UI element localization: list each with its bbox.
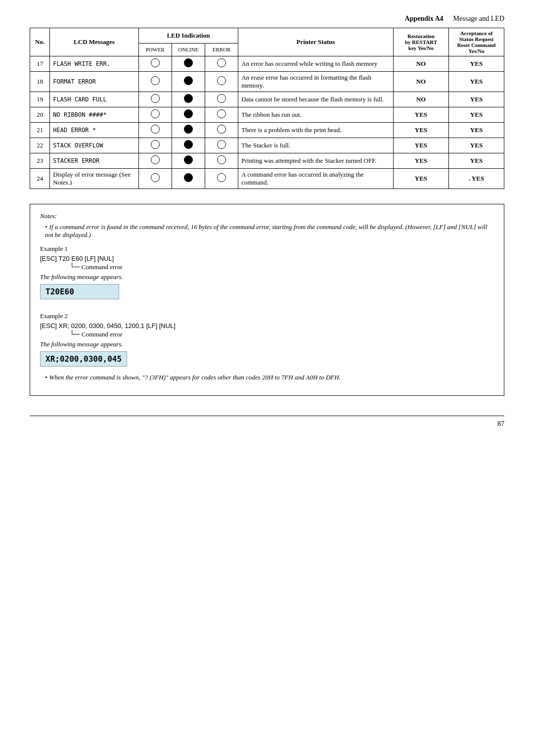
led-empty-icon xyxy=(217,94,226,103)
example1-cmd: [ESC] T20 E60 [LF] [NUL] xyxy=(40,255,494,262)
led-empty-icon xyxy=(217,125,226,134)
cell-accept: YES xyxy=(448,92,504,107)
col-header-accept: Acceptance ofStatus RequestReset Command… xyxy=(448,28,504,56)
led-empty-icon xyxy=(217,173,226,182)
table-row: 20NO RIBBON ####*The ribbon has run out.… xyxy=(30,107,504,123)
notes-box: Notes: If a command error is found in th… xyxy=(30,204,504,396)
cell-no: 20 xyxy=(30,107,50,123)
cell-accept: YES xyxy=(448,123,504,138)
led-empty-icon xyxy=(151,155,160,164)
cell-no: 22 xyxy=(30,138,50,153)
example1-arrow-line: └─ Command error xyxy=(70,263,494,271)
example2-arrow-label: Command error xyxy=(82,331,123,338)
led-full-icon xyxy=(184,76,193,85)
example2-following: The following message appears. xyxy=(40,340,494,348)
cell-accept: YES xyxy=(448,56,504,72)
example1-label: Example 1 xyxy=(40,245,494,253)
cell-led-power xyxy=(138,138,172,153)
cell-restore: NO xyxy=(393,72,448,92)
cell-no: 23 xyxy=(30,153,50,169)
cell-led-error xyxy=(205,169,238,189)
cell-no: 21 xyxy=(30,123,50,138)
cell-status: Printing was attempted with the Stacker … xyxy=(238,153,394,169)
corner-bracket-icon-2: └─ xyxy=(70,331,80,338)
cell-led-power xyxy=(138,169,172,189)
cell-status: The ribbon has run out. xyxy=(238,107,394,123)
cell-no: 24 xyxy=(30,169,50,189)
cell-lcd: HEAD ERROR * xyxy=(50,123,138,138)
led-empty-icon xyxy=(151,125,160,134)
col-header-online: ONLINE xyxy=(172,43,205,56)
cell-led-error xyxy=(205,138,238,153)
col-header-led: LED Indication xyxy=(138,28,238,44)
cell-led-online xyxy=(172,169,205,189)
led-full-icon xyxy=(184,140,193,149)
cell-lcd: STACK OVERFLOW xyxy=(50,138,138,153)
cell-restore: YES xyxy=(393,107,448,123)
led-empty-icon xyxy=(151,76,160,85)
cell-restore: YES xyxy=(393,169,448,189)
table-row: 19FLASH CARD FULLData cannot be stored b… xyxy=(30,92,504,107)
cell-no: 18 xyxy=(30,72,50,92)
led-full-icon xyxy=(184,94,193,103)
cell-led-error xyxy=(205,72,238,92)
table-row: 17FLASH WRITE ERR.An error has occurred … xyxy=(30,56,504,72)
cell-led-power xyxy=(138,123,172,138)
cell-led-online xyxy=(172,123,205,138)
cell-no: 17 xyxy=(30,56,50,72)
cell-led-online xyxy=(172,153,205,169)
cell-status: An error has occurred while writing to f… xyxy=(238,56,394,72)
col-header-lcd: LCD Messages xyxy=(50,28,138,56)
led-empty-icon xyxy=(217,76,226,85)
led-empty-icon xyxy=(151,140,160,149)
cell-restore: YES xyxy=(393,138,448,153)
cell-accept: YES xyxy=(448,107,504,123)
cell-led-online xyxy=(172,72,205,92)
cell-lcd: FLASH CARD FULL xyxy=(50,92,138,107)
cell-lcd: FORMAT ERROR xyxy=(50,72,138,92)
page-number: 87 xyxy=(30,416,504,428)
cell-led-error xyxy=(205,107,238,123)
cell-lcd: Display of error message (See Notes.) xyxy=(50,169,138,189)
table-row: 23STACKER ERRORPrinting was attempted wi… xyxy=(30,153,504,169)
table-row: 21HEAD ERROR *There is a problem with th… xyxy=(30,123,504,138)
example2-arrow-line: └─ Command error xyxy=(70,331,494,338)
cell-accept: YES xyxy=(448,153,504,169)
cell-accept: YES xyxy=(448,72,504,92)
led-empty-icon xyxy=(217,109,226,118)
example2-label: Example 2 xyxy=(40,312,494,320)
notes-title: Notes: xyxy=(40,212,494,220)
led-empty-icon xyxy=(151,173,160,182)
led-empty-icon xyxy=(217,155,226,164)
cell-restore: YES xyxy=(393,153,448,169)
main-table: No. LCD Messages LED Indication Printer … xyxy=(30,28,504,189)
cell-lcd: STACKER ERROR xyxy=(50,153,138,169)
cell-led-error xyxy=(205,123,238,138)
led-empty-icon xyxy=(217,140,226,149)
cell-led-online xyxy=(172,92,205,107)
cell-lcd: FLASH WRITE ERR. xyxy=(50,56,138,72)
col-header-power: POWER xyxy=(138,43,172,56)
col-header-error: ERROR xyxy=(205,43,238,56)
example1-arrow-label: Command error xyxy=(82,263,123,271)
cell-status: An erase error has occurred in formattin… xyxy=(238,72,394,92)
led-empty-icon xyxy=(151,94,160,103)
cell-status: There is a problem with the print head. xyxy=(238,123,394,138)
cell-restore: NO xyxy=(393,92,448,107)
cell-led-online xyxy=(172,56,205,72)
cell-led-power xyxy=(138,92,172,107)
cell-restore: YES xyxy=(393,123,448,138)
table-row: 18FORMAT ERRORAn erase error has occurre… xyxy=(30,72,504,92)
table-row: 22STACK OVERFLOWThe Stacker is full.YESY… xyxy=(30,138,504,153)
table-row: 24Display of error message (See Notes.)A… xyxy=(30,169,504,189)
led-full-icon xyxy=(184,109,193,118)
cell-accept: . YES xyxy=(448,169,504,189)
corner-bracket-icon: └─ xyxy=(70,263,80,271)
col-header-no: No. xyxy=(30,28,50,56)
led-empty-icon xyxy=(151,58,160,67)
example1-display: T20E60 xyxy=(40,284,119,299)
cell-lcd: NO RIBBON ####* xyxy=(50,107,138,123)
example2-display: XR;0200,0300,045 xyxy=(40,351,127,367)
led-full-icon xyxy=(184,58,193,67)
cell-status: A command error has occurred in analyzin… xyxy=(238,169,394,189)
